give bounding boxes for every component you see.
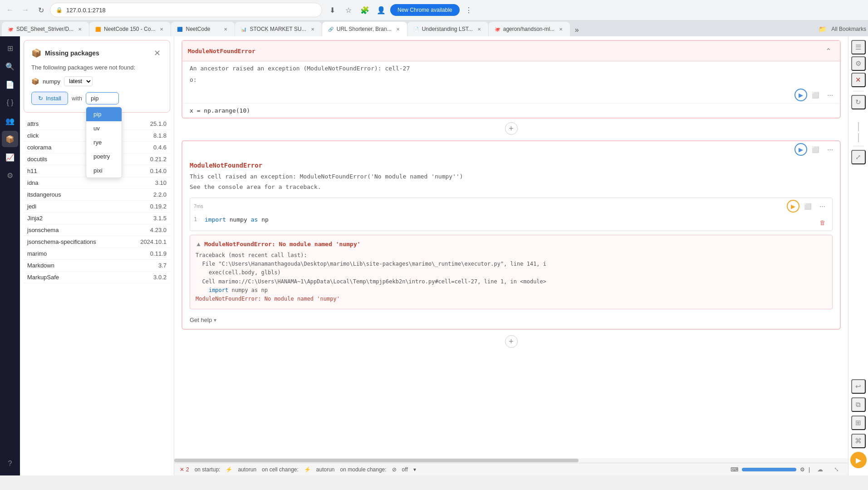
stop-code-cell-button[interactable]: ⬜ xyxy=(801,200,814,213)
dialog-close-button[interactable]: ✕ xyxy=(152,48,162,59)
tab-neetcode[interactable]: 🟦 NeetCode ✕ xyxy=(171,22,235,36)
run-code-cell-button[interactable]: ▶ xyxy=(787,200,799,213)
more-tabs-button[interactable]: » xyxy=(570,24,583,36)
sidebar-icon-chart[interactable]: 📈 xyxy=(2,149,18,165)
undo-button[interactable]: ↩ xyxy=(851,379,866,394)
tab-close-lst[interactable]: ✕ xyxy=(476,25,483,33)
settings-icon[interactable]: ⚙ xyxy=(800,466,805,473)
pkg-version-colorama: 0.4.6 xyxy=(130,144,167,151)
installer-select[interactable]: pip uv rye poetry pixi xyxy=(86,92,119,104)
back-button[interactable]: ← xyxy=(4,4,16,16)
right-settings-button[interactable]: ⚙ xyxy=(851,56,866,71)
dropdown-item-uv[interactable]: uv xyxy=(86,121,122,135)
tab-favicon-nc: 🟦 xyxy=(177,26,183,32)
get-help-label: Get help xyxy=(190,317,212,323)
pkg-version-jedi: 0.19.2 xyxy=(130,203,167,210)
stop-cell-2-button[interactable]: ⬜ xyxy=(809,143,822,156)
collapse-error-button[interactable]: ▲ xyxy=(196,241,201,247)
dropdown-item-pixi[interactable]: pixi xyxy=(86,163,122,178)
sidebar-icon-users[interactable]: 👥 xyxy=(2,113,18,129)
tab-label-stock: STOCK MARKET SU... xyxy=(250,26,306,32)
tab-close-handson[interactable]: ✕ xyxy=(557,25,564,33)
pkg-row-jinja2: Jinja2 3.1.5 xyxy=(24,213,170,224)
new-chrome-button[interactable]: New Chrome available xyxy=(390,4,460,16)
command-button[interactable]: ⌘ xyxy=(851,434,866,448)
sidebar-icon-code[interactable]: { } xyxy=(2,94,18,111)
bookmark-star-icon[interactable]: ☆ xyxy=(341,3,356,17)
tab-close-nc[interactable]: ✕ xyxy=(222,25,229,33)
dropdown-item-poetry[interactable]: poetry xyxy=(86,149,122,163)
sidebar-icon-package[interactable]: 📦 xyxy=(2,131,18,147)
tab-sde[interactable]: 🐙 SDE_Sheet_Striver/D... ✕ xyxy=(2,22,89,36)
code-cell-inner: 7ms ▶ ⬜ ⋯ 1 import numpy as xyxy=(190,198,833,231)
run-cell-1-button[interactable]: ▶ xyxy=(794,89,807,101)
tab-close-stock[interactable]: ✕ xyxy=(309,25,316,33)
copy-button[interactable]: ⧉ xyxy=(851,397,866,412)
code-line-1: x = np.arange(10) xyxy=(182,103,840,118)
keyboard-icon[interactable]: ⌨ xyxy=(731,466,738,473)
tab-close-sde[interactable]: ✕ xyxy=(76,25,83,33)
pkg-row-marimo: marimo 0.11.9 xyxy=(24,248,170,260)
tab-url-shortener[interactable]: 🔗 URL Shortener, Bran... ✕ xyxy=(322,22,407,36)
pkg-name-jsonschema-spec: jsonschema-specifications xyxy=(27,238,130,245)
vertical-line xyxy=(858,122,859,131)
tab-favicon-url: 🔗 xyxy=(328,26,334,32)
package-version-select[interactable]: latest xyxy=(64,76,93,86)
bottom-bar: ✕ 2 on startup: ⚡ autorun on cell change… xyxy=(174,463,848,475)
as-keyword: as xyxy=(251,216,258,223)
right-menu-button[interactable]: ☰ xyxy=(851,40,866,54)
grid-button[interactable]: ⊞ xyxy=(851,416,866,430)
tab-neetcode150[interactable]: 🟧 NeetCode 150 - Co... ✕ xyxy=(89,22,171,36)
expand-button-1[interactable]: ⌃ xyxy=(822,45,834,57)
expand-icon[interactable]: ⤡ xyxy=(830,463,843,476)
traceback-line2: exec(cell.body, glbls) xyxy=(196,268,827,277)
delete-cell-button[interactable]: 🗑 xyxy=(816,216,829,229)
bottom-actions: ⌨ ⚙ | ☁ ⤡ xyxy=(731,463,843,476)
right-close-button[interactable]: ✕ xyxy=(851,73,866,87)
more-cell-2-button[interactable]: ⋯ xyxy=(824,143,836,156)
error-cell-2: ▶ ⬜ ⋯ ModuleNotFoundError This cell rais… xyxy=(181,140,841,330)
sidebar-icon-help[interactable]: ? xyxy=(2,455,18,472)
code-content: import numpy as np xyxy=(205,216,269,223)
pkg-version-h11: 0.14.0 xyxy=(130,168,167,174)
sidebar-icon-settings[interactable]: ⚙ xyxy=(2,167,18,183)
pkg-version-idna: 3.10 xyxy=(130,179,167,186)
install-button[interactable]: ↻ Install xyxy=(31,92,68,105)
run-cell-2-button[interactable]: ▶ xyxy=(794,143,807,156)
error-cell-2-desc2: See the console area for a traceback. xyxy=(190,183,321,190)
sidebar-icon-file[interactable]: 📄 xyxy=(2,76,18,93)
cloud-icon[interactable]: ☁ xyxy=(814,463,826,476)
tab-lst[interactable]: 📄 Understanding LST... ✕ xyxy=(407,22,488,36)
refresh-notebook-button[interactable]: ↻ xyxy=(851,95,866,109)
tab-stock[interactable]: 📊 STOCK MARKET SU... ✕ xyxy=(235,22,321,36)
right-divider-2 xyxy=(853,146,864,146)
app-container: ⊞ 🔍 📄 { } 👥 📦 📈 ⚙ ? 📦 Missing packages ✕… xyxy=(0,36,868,475)
forward-button[interactable]: → xyxy=(19,4,32,16)
more-code-cell-button[interactable]: ⋯ xyxy=(816,200,829,213)
horizontal-scrollbar[interactable] xyxy=(174,458,848,463)
pkg-version-itsdangerous: 2.2.0 xyxy=(130,191,167,198)
stop-cell-1-button[interactable]: ⬜ xyxy=(809,89,822,101)
dropdown-item-rye[interactable]: rye xyxy=(86,135,122,149)
tab-handson[interactable]: 🐙 ageron/handson-ml... ✕ xyxy=(489,22,570,36)
expand-fullscreen-button[interactable]: ⤢ xyxy=(851,150,866,164)
address-bar[interactable]: 🔒 127.0.0.1:2718 xyxy=(50,3,322,17)
add-cell-button-1[interactable]: + xyxy=(505,122,518,135)
error-badge[interactable]: ✕ 2 xyxy=(180,466,189,473)
extensions-icon[interactable]: 🧩 xyxy=(358,3,372,17)
add-cell-button-2[interactable]: + xyxy=(505,335,518,348)
sidebar-icon-search[interactable]: 🔍 xyxy=(2,58,18,74)
get-help-row[interactable]: Get help ▾ xyxy=(182,313,840,329)
sidebar-icon-home[interactable]: ⊞ xyxy=(2,40,18,56)
bookmarks-folder-icon[interactable]: 📁 xyxy=(815,22,829,36)
dropdown-item-pip[interactable]: pip xyxy=(86,107,122,121)
refresh-button[interactable]: ↻ xyxy=(34,4,47,16)
tab-close-nc150[interactable]: ✕ xyxy=(158,25,165,33)
package-name: numpy xyxy=(43,78,60,85)
run-all-button[interactable]: ▶ xyxy=(850,452,867,468)
download-icon[interactable]: ⬇ xyxy=(325,3,339,17)
menu-icon[interactable]: ⋮ xyxy=(461,3,476,17)
more-cell-1-button[interactable]: ⋯ xyxy=(824,89,836,101)
tab-close-url[interactable]: ✕ xyxy=(394,25,402,33)
profile-icon[interactable]: 👤 xyxy=(374,3,388,17)
